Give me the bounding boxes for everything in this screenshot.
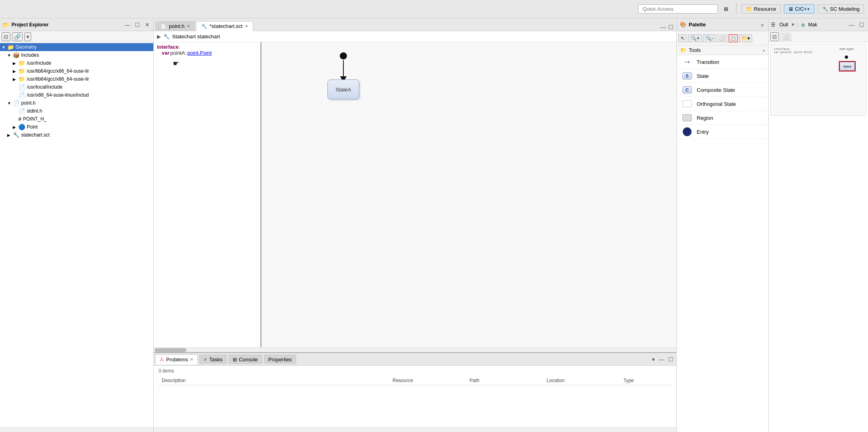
usr-include-icon: 📁	[18, 60, 25, 66]
editor-tab-bar: 📄 point.h ✕ 🔧 *statechart.sct ✕ — ☐	[154, 18, 676, 31]
entry-icon	[682, 127, 693, 136]
usr-lib64-1-arrow[interactable]: ▶	[13, 69, 18, 73]
code-line-1: interface:	[157, 44, 257, 50]
point-h-arrow[interactable]: ▼	[7, 101, 13, 105]
far-right-header: ☰ Outl ✕ │ ◉ Mak — ☐	[769, 18, 868, 31]
bottom-panel-maximize-btn[interactable]: ☐	[667, 356, 675, 363]
palette-collapse-btn[interactable]: »	[759, 21, 765, 28]
breadcrumb-arrow[interactable]: ▶	[157, 34, 161, 40]
breadcrumb-icon: 🔧	[163, 34, 170, 40]
problems-close-btn[interactable]: ✕	[190, 357, 193, 362]
bottom-horizontal-scrollbar[interactable]	[154, 427, 676, 432]
tab-console[interactable]: ▤ Console	[228, 355, 262, 364]
usr-include-arrow[interactable]: ▶	[13, 61, 18, 65]
selection-box-btn[interactable]: ⬜	[717, 34, 727, 42]
palette-item-transition[interactable]: → Transition	[677, 55, 768, 69]
zoom-in-btn[interactable]: 🔍+	[688, 34, 702, 42]
tree-item-point-h-def[interactable]: ▶ # POINT_H_	[0, 115, 153, 123]
statechart-tab-close[interactable]: ✕	[245, 24, 248, 28]
tools-section-header[interactable]: 📁 Tools «	[677, 46, 768, 55]
quick-access-input[interactable]	[638, 4, 718, 14]
bottom-panel-minimize-btn[interactable]: —	[658, 356, 666, 363]
minimize-project-explorer-btn[interactable]: —	[123, 21, 131, 28]
stdint-label: stdint.h	[27, 108, 42, 114]
zoom-out-btn[interactable]: 🔍-	[703, 34, 715, 42]
outline-collapse-btn[interactable]: ⊟	[770, 32, 779, 41]
palette-item-region[interactable]: Region	[677, 111, 768, 125]
palette-item-orthogonal-state[interactable]: Orthogonal State	[677, 97, 768, 111]
center-area: 📄 point.h ✕ 🔧 *statechart.sct ✕ — ☐ ▶ 🔧 …	[154, 18, 676, 432]
palette-item-entry[interactable]: Entry	[677, 125, 768, 139]
point-class-label: Point	[27, 124, 38, 130]
folder-btn[interactable]: 📁▾	[739, 34, 752, 42]
tasks-label: Tasks	[209, 357, 222, 363]
point-h-tab-icon: 📄	[161, 24, 166, 29]
tree-item-point-class[interactable]: ▶ 🔵 Point	[0, 123, 153, 131]
tab-properties[interactable]: Properties	[264, 355, 296, 364]
far-right-minimize-btn[interactable]: —	[848, 21, 856, 28]
usr-x86-icon: 📄	[18, 92, 25, 98]
far-right-maximize-btn[interactable]: ☐	[858, 21, 866, 28]
view-menu-btn[interactable]: ▾	[24, 32, 31, 41]
link-with-editor-btn[interactable]: 🔗	[12, 32, 23, 41]
top-toolbar: ⊞ 📁 Resource 🖥 C/C++ 🔧 SC Modeling	[0, 0, 868, 18]
tree-item-includes[interactable]: ▼ 📦 Includes	[0, 51, 153, 59]
marquee-btn[interactable]: ⬚	[729, 34, 738, 42]
includes-label: Includes	[21, 52, 39, 58]
cpp-perspective-btn[interactable]: 🖥 C/C++	[784, 4, 814, 14]
tab-problems[interactable]: ⚠ Problems ✕	[155, 355, 198, 365]
palette-title: Palette	[689, 22, 757, 28]
diagram-pane[interactable]: StateA	[262, 42, 676, 347]
tree-item-point-h[interactable]: ▼ 📄 point.h	[0, 99, 153, 107]
point-h-tab-close[interactable]: ✕	[187, 24, 190, 28]
outline-link-btn[interactable]: ⬜	[781, 33, 791, 41]
code-link-point[interactable]: point.Point	[187, 50, 212, 56]
geometry-arrow[interactable]: ▼	[2, 45, 7, 50]
tree-item-statechart[interactable]: ▶ 🔧 statechart.sct	[0, 131, 153, 139]
collapse-all-btn[interactable]: ⊟	[2, 32, 10, 41]
usr-lib64-2-arrow[interactable]: ▶	[13, 77, 18, 81]
palette-item-state[interactable]: S State	[677, 69, 768, 83]
includes-icon: 📦	[13, 52, 20, 58]
tree-item-geometry[interactable]: ▼ 📁 Geometry	[0, 43, 153, 51]
statechart-arrow[interactable]: ▶	[7, 133, 13, 137]
tab-tasks[interactable]: ✓ Tasks	[199, 355, 227, 364]
editor-maximize-btn[interactable]: ☐	[667, 24, 675, 31]
select-tool-btn[interactable]: ↖	[678, 34, 687, 42]
editor-minimize-btn[interactable]: —	[659, 24, 667, 31]
sc-modeling-perspective-btn[interactable]: 🔧 SC Modeling	[818, 4, 864, 14]
bottom-panel: ⚠ Problems ✕ ✓ Tasks ▤ Console Propertie…	[154, 352, 676, 432]
tab-point-h[interactable]: 📄 point.h ✕	[155, 21, 195, 31]
close-outline-icon[interactable]: ✕	[791, 22, 795, 27]
statechart-tab-icon: 🔧	[201, 24, 207, 29]
point-class-arrow[interactable]: ▶	[13, 125, 18, 129]
palette-item-composite-state[interactable]: C Composite State	[677, 83, 768, 97]
tab-make[interactable]: Mak	[807, 21, 819, 28]
bottom-panel-dropdown-btn[interactable]: ▾	[651, 356, 656, 363]
tree-item-usr-include[interactable]: ▶ 📁 /usr/include	[0, 59, 153, 67]
project-explorer-hscroll[interactable]	[0, 427, 153, 432]
tree-item-usr-x86[interactable]: ▶ 📄 /usr/x86_64-suse-linux/includ	[0, 91, 153, 99]
maximize-project-explorer-btn[interactable]: ☐	[134, 21, 141, 28]
tree-item-usr-local[interactable]: ▶ 📄 /usr/local/include	[0, 83, 153, 91]
perspective-switch-btn[interactable]: ⊞	[721, 4, 731, 14]
tree-item-usr-lib64-1[interactable]: ▶ 📁 /usr/lib64/gcc/x86_64-suse-lir	[0, 67, 153, 75]
orthogonal-state-label: Orthogonal State	[697, 101, 736, 107]
editor-horizontal-scrollbar[interactable]	[154, 347, 676, 352]
usr-local-label: /usr/local/include	[27, 84, 62, 90]
tab-statechart[interactable]: 🔧 *statechart.sct ✕	[196, 21, 253, 31]
resource-perspective-btn[interactable]: 📁 Resource	[741, 4, 781, 14]
code-editor-pane[interactable]: interface: var pointA: point.Point ☛	[154, 42, 262, 347]
tree-item-usr-lib64-2[interactable]: ▶ 📁 /usr/lib64/gcc/x86_64-suse-lir	[0, 75, 153, 83]
tab-outline[interactable]: Outl	[778, 21, 790, 28]
tasks-icon: ✓	[204, 357, 207, 362]
transition-label: Transition	[697, 59, 719, 65]
usr-lib64-2-icon: 📁	[18, 76, 25, 82]
tree-item-stdint[interactable]: ▶ 📄 stdint.h	[0, 107, 153, 115]
point-class-icon: 🔵	[18, 124, 25, 130]
state-node-a[interactable]: StateA	[327, 79, 359, 99]
close-project-explorer-btn[interactable]: ✕	[144, 21, 151, 28]
properties-label: Properties	[268, 357, 292, 363]
includes-arrow[interactable]: ▼	[7, 53, 13, 57]
breadcrumb-bar: ▶ 🔧 Statechart statechart	[154, 31, 676, 42]
